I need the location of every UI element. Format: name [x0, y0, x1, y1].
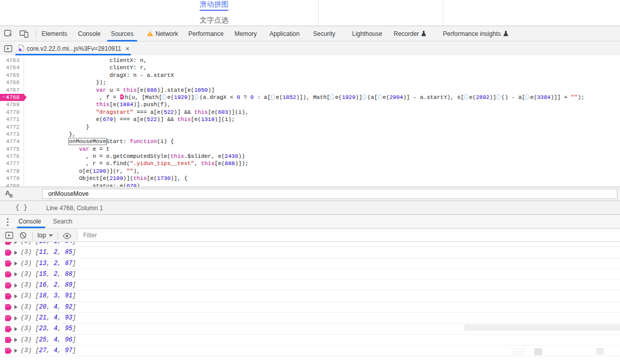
code-line[interactable]: 4767var u = this[e(886)].state[e(1050)]: [0, 87, 620, 94]
logpoint-badge[interactable]: 4768: [0, 94, 24, 101]
line-number[interactable]: 4765: [0, 72, 24, 79]
code-line[interactable]: 4776, n = o.getComputedStyle(this.$slide…: [0, 153, 620, 160]
code-line[interactable]: 4779Object[e(2199)](this[e(1730)], {: [0, 175, 620, 182]
line-number[interactable]: 4769: [0, 101, 24, 108]
code-text[interactable]: o[e(1290)](r, ""),: [24, 168, 140, 175]
line-number[interactable]: 4780: [0, 183, 24, 187]
expand-icon[interactable]: [14, 251, 17, 255]
line-number[interactable]: 4764: [0, 64, 24, 71]
code-text[interactable]: dragX: n - a.startX: [24, 72, 174, 79]
device-toolbar-icon[interactable]: [20, 30, 29, 40]
line-number[interactable]: 4767: [0, 87, 24, 94]
page-tab-text-click[interactable]: 文字点选: [200, 16, 228, 25]
inline-breakpoint-icon[interactable]: [195, 94, 199, 99]
line-number[interactable]: 4775: [0, 146, 24, 153]
line-number[interactable]: 4776: [0, 153, 24, 160]
code-line[interactable]: 4770"dragstart" === a[e(522)] && this[e(…: [0, 109, 620, 116]
line-number[interactable]: 4773: [0, 131, 24, 138]
expand-icon[interactable]: [14, 294, 17, 298]
code-line[interactable]: 4780status: e(679): [0, 183, 620, 187]
expand-icon[interactable]: [14, 349, 17, 353]
array-preview[interactable]: (3) [15, 2, 88]: [21, 271, 76, 278]
line-number[interactable]: 4771: [0, 116, 24, 123]
code-text[interactable]: var e = t: [24, 146, 109, 153]
line-number[interactable]: 4766: [0, 79, 24, 86]
inline-breakpoint-active-icon[interactable]: [120, 94, 124, 99]
code-line[interactable]: 4777, r = o.find(".yidun_tips__text", th…: [0, 160, 620, 167]
expand-icon[interactable]: [14, 305, 17, 309]
expand-icon[interactable]: [14, 261, 17, 266]
code-line[interactable]: 4763clientX: n,: [0, 57, 620, 64]
line-number[interactable]: 4772: [0, 124, 24, 131]
tab-security[interactable]: Security: [313, 26, 335, 42]
line-number[interactable]: 4763: [0, 57, 24, 64]
tab-application[interactable]: Application: [269, 26, 300, 42]
code-text[interactable]: this[e(1884)].push(f),: [24, 101, 170, 108]
array-preview[interactable]: (3) [11, 2, 85]: [21, 249, 76, 256]
code-text[interactable]: status: e(679): [24, 183, 140, 187]
array-preview[interactable]: (3) [10, 1, 84]: [21, 242, 76, 245]
console-sidebar-toggle-icon[interactable]: [5, 232, 13, 241]
inline-breakpoint-icon[interactable]: [271, 94, 275, 99]
drawer-tab-search[interactable]: Search: [53, 215, 72, 229]
code-line[interactable]: 4766});: [0, 79, 620, 86]
match-case-icon[interactable]: AB: [5, 189, 13, 198]
code-text[interactable]: });: [24, 79, 106, 86]
live-expression-eye-icon[interactable]: [63, 232, 71, 241]
code-text[interactable]: }: [24, 124, 89, 131]
line-number[interactable]: 4778: [0, 168, 24, 175]
page-tab-slide-puzzle[interactable]: 滑动拼图: [200, 0, 228, 11]
inline-breakpoint-icon[interactable]: [497, 94, 501, 99]
expand-icon[interactable]: [14, 327, 17, 331]
code-line[interactable]: 4774onMouseMoveStart: function(i) {: [0, 138, 620, 145]
code-text[interactable]: onMouseMoveStart: function(i) {: [24, 138, 174, 145]
code-text[interactable]: , f = h(u, [Math[e(1929)](a.dragX < 0 ? …: [24, 94, 585, 101]
line-number[interactable]: 4777: [0, 160, 24, 167]
close-icon[interactable]: ×: [125, 46, 129, 52]
code-text[interactable]: , n = o.getComputedStyle(this.$slider, e…: [24, 153, 245, 160]
expand-icon[interactable]: [14, 242, 17, 244]
code-editor[interactable]: 4763clientX: n,4764clientY: r,4765dragX:…: [0, 55, 620, 187]
execution-context-selector[interactable]: top: [37, 229, 53, 242]
console-log-row[interactable]: ··(3) [20, 4, 92]: [0, 302, 620, 313]
console-log-row[interactable]: ··(3) [15, 2, 88]: [0, 269, 620, 280]
code-line[interactable]: 4764clientY: r,: [0, 64, 620, 71]
console-log-row[interactable]: ··(3) [18, 3, 91]: [0, 291, 620, 301]
code-line[interactable]: 4773},: [0, 131, 620, 138]
code-line[interactable]: 4775var e = t: [0, 146, 620, 153]
code-text[interactable]: clientY: r,: [24, 64, 147, 71]
array-preview[interactable]: (3) [18, 3, 91]: [21, 292, 76, 299]
inline-breakpoint-icon[interactable]: [526, 94, 530, 99]
code-line[interactable]: 4768, f = h(u, [Math[e(1929)](a.dragX < …: [0, 94, 620, 101]
tab-performance[interactable]: Performance: [188, 26, 224, 42]
tab-network[interactable]: Network: [147, 26, 178, 42]
line-number[interactable]: 4779: [0, 175, 24, 182]
code-text[interactable]: , r = o.find(".yidun_tips__text", this[e…: [24, 160, 248, 167]
pretty-print-icon[interactable]: { }: [15, 204, 27, 211]
inline-breakpoint-icon[interactable]: [378, 94, 382, 99]
code-text[interactable]: },: [24, 131, 75, 138]
array-preview[interactable]: (3) [13, 2, 87]: [21, 260, 76, 267]
tab-lighthouse[interactable]: Lighthouse: [352, 26, 382, 42]
console-log-row[interactable]: ··(3) [21, 4, 93]: [0, 313, 620, 323]
code-line[interactable]: 4769this[e(1884)].push(f),: [0, 101, 620, 108]
console-log-row[interactable]: ··(3) [25, 4, 96]: [0, 335, 620, 346]
code-text[interactable]: e(679) === a[e(522)] && this[e(1319)](i)…: [24, 116, 235, 123]
code-text[interactable]: clientX: n,: [24, 57, 147, 64]
console-log-row[interactable]: ··(3) [13, 2, 87]: [0, 258, 620, 269]
console-log-row[interactable]: ··(3) [27, 4, 97]: [0, 346, 620, 356]
console-log-row[interactable]: ··(3) [11, 2, 85]: [0, 247, 620, 258]
array-preview[interactable]: (3) [25, 4, 96]: [21, 336, 76, 343]
code-text[interactable]: var u = this[e(886)].state[e(1050)]: [24, 87, 215, 94]
console-log-row[interactable]: ··(3) [10, 1, 84]: [0, 242, 620, 247]
console-message-list[interactable]: ··(3) [10, 1, 84]··(3) [11, 2, 85]··(3) …: [0, 242, 620, 364]
more-options-icon[interactable]: [7, 218, 9, 228]
array-preview[interactable]: (3) [27, 4, 97]: [21, 347, 76, 354]
expand-icon[interactable]: [14, 316, 17, 320]
line-number[interactable]: 4774: [0, 138, 24, 145]
expand-icon[interactable]: [14, 284, 17, 288]
tab-performance-insights[interactable]: Performance insights: [443, 26, 508, 42]
array-preview[interactable]: (3) [21, 4, 93]: [21, 314, 76, 321]
code-line[interactable]: 4772}: [0, 124, 620, 131]
array-preview[interactable]: (3) [20, 4, 92]: [21, 304, 76, 311]
